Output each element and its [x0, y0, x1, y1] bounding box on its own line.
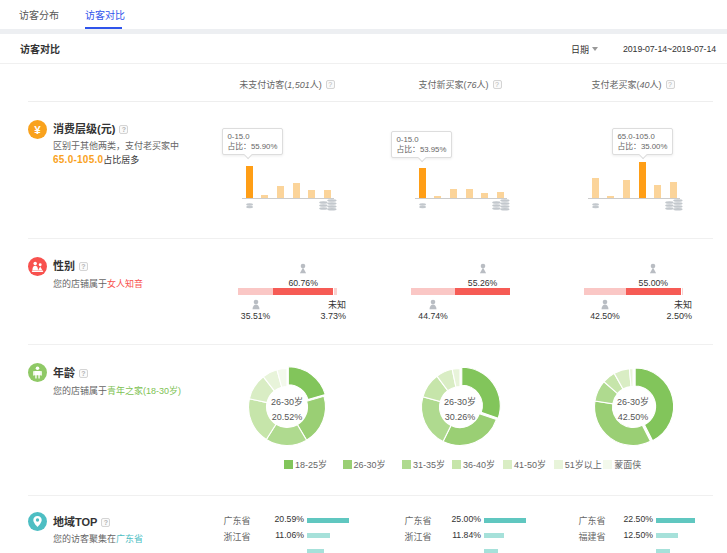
svg-text:¥: ¥: [34, 123, 41, 135]
